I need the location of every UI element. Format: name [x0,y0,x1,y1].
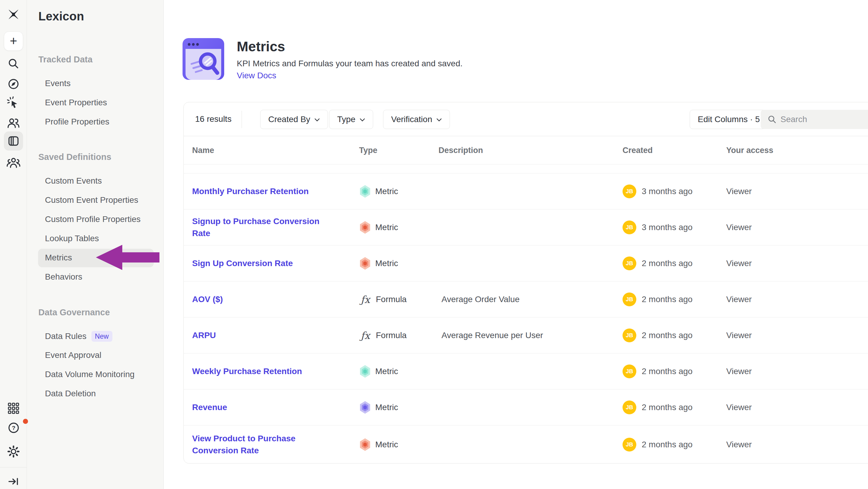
col-type[interactable]: Type [359,145,377,155]
sidebar-item-event-approval[interactable]: Event Approval [45,349,101,361]
filter-verification[interactable]: Verification [383,110,450,129]
metric-hexagon-icon-purple [359,401,371,414]
filter-created-by[interactable]: Created By [260,110,328,129]
sidebar-item-events[interactable]: Events [45,78,71,89]
sidebar-item-metrics[interactable]: Metrics [45,252,72,264]
edit-columns-button[interactable]: Edit Columns · 5 [690,110,768,129]
sidebar-item-custom-event-properties[interactable]: Custom Event Properties [45,194,138,206]
sidebar-item-profile-properties[interactable]: Profile Properties [45,116,110,128]
created-cell: JB 2 months ago [622,438,693,452]
view-docs-link[interactable]: View Docs [237,71,276,80]
apps-grid-icon[interactable] [7,402,20,414]
table-row[interactable]: Weekly Purchase Retention Metric JB 2 mo… [184,353,868,390]
access-cell: Viewer [726,367,752,376]
access-cell: Viewer [726,259,752,268]
sidebar-item-event-properties[interactable]: Event Properties [45,96,107,109]
notification-dot [23,419,28,424]
cursor-click-icon[interactable] [6,96,21,110]
metric-name-link[interactable]: Weekly Purchase Retention [192,365,333,377]
table-row[interactable]: Sign Up Conversion Rate Metric JB 2 mont… [184,246,868,281]
access-cell: Viewer [726,440,752,450]
filter-type[interactable]: Type [329,110,373,129]
metric-name-link[interactable]: AOV ($) [192,293,333,306]
metric-name-link[interactable]: Monthly Purchaser Retention [192,185,333,197]
col-your-access[interactable]: Your access [726,145,773,155]
type-cell: Metric [359,438,398,451]
avatar: JB [622,401,636,414]
type-cell: Metric [359,401,398,414]
avatar: JB [622,328,636,342]
access-cell: Viewer [726,223,752,232]
table-header-row: Name Type Description Created Your acces… [184,136,868,164]
type-cell: ƒx Formula [359,329,407,341]
collapse-sidebar-icon[interactable] [7,475,20,488]
results-count: 16 results [195,114,231,124]
search-box [761,110,868,129]
avatar: JB [622,184,636,198]
metric-name-link[interactable]: Sign Up Conversion Rate [192,257,333,269]
access-cell: Viewer [726,295,752,304]
created-cell: JB 2 months ago [622,328,693,342]
metric-name-link[interactable]: View Product to Purchase Conversion Rate [192,433,333,457]
search-icon [767,115,777,124]
created-cell: JB 2 months ago [622,257,693,270]
compass-icon[interactable] [7,78,20,91]
settings-gear-icon[interactable] [7,445,20,458]
col-description[interactable]: Description [438,145,483,155]
lexicon-book-icon[interactable] [4,132,23,151]
type-cell: Metric [359,221,398,234]
type-cell: Metric [359,365,398,378]
sidebar-item-lookup-tables[interactable]: Lookup Tables [45,232,99,244]
new-badge: New [91,331,113,342]
col-name[interactable]: Name [192,145,214,155]
table-row[interactable]: Signup to Purchase Conversion Rate Metri… [184,209,868,246]
toolbar-divider [242,111,242,128]
sidebar-item-custom-events[interactable]: Custom Events [45,175,102,187]
metric-name-link[interactable]: Signup to Purchase Conversion Rate [192,215,333,239]
metric-hexagon-icon-teal [359,185,371,198]
table-row[interactable]: ARPU ƒx Formula Average Revenue per User… [184,317,868,353]
access-cell: Viewer [726,186,752,196]
users-icon[interactable] [7,116,20,129]
description-cell: Average Revenue per User [441,330,543,340]
page-description: KPI Metrics and Formulas your team has c… [237,59,463,68]
table-row[interactable]: AOV ($) ƒx Formula Average Order Value J… [184,281,868,317]
created-cell: JB 3 months ago [622,184,693,198]
section-data-governance: Data Governance [38,308,110,317]
create-plus-button[interactable]: + [4,31,23,51]
scrolled-row-sliver [184,164,868,173]
lexicon-sidebar: Lexicon Tracked Data Events Event Proper… [27,0,164,489]
metric-hexagon-icon-red [359,438,371,451]
type-cell: Metric [359,185,398,198]
sidebar-item-data-rules[interactable]: Data RulesNew [45,330,113,342]
metrics-table-card: 16 results Created By Type Verification … [183,102,868,463]
avatar: JB [622,365,636,378]
metric-hexagon-icon-teal [359,365,371,378]
mixpanel-logo-icon[interactable] [6,7,21,22]
chevron-down-icon [360,118,365,121]
created-cell: JB 2 months ago [622,401,693,414]
rail-divider [0,467,27,467]
table-row[interactable]: Monthly Purchaser Retention Metric JB 3 … [184,173,868,209]
sidebar-item-behaviors[interactable]: Behaviors [45,271,83,283]
svg-text:?: ? [12,425,15,431]
search-input[interactable] [780,110,868,129]
col-created[interactable]: Created [622,145,653,155]
metric-hexagon-icon-red [359,257,371,270]
search-icon[interactable] [7,57,20,70]
table-row[interactable]: Revenue Metric JB 2 months ago Viewer [184,390,868,425]
sidebar-item-data-deletion[interactable]: Data Deletion [45,387,96,400]
sidebar-item-custom-profile-properties[interactable]: Custom Profile Properties [45,213,141,225]
created-cell: JB 3 months ago [622,221,693,234]
help-icon[interactable]: ? [0,421,27,434]
metric-name-link[interactable]: Revenue [192,401,333,413]
cohorts-group-icon[interactable] [6,156,21,169]
sidebar-item-data-volume-monitoring[interactable]: Data Volume Monitoring [45,368,134,380]
metric-name-link[interactable]: ARPU [192,329,333,341]
metric-hexagon-icon-red [359,221,371,234]
table-row[interactable]: View Product to Purchase Conversion Rate… [184,425,868,463]
page-title: Metrics [237,38,285,55]
formula-fx-icon: ƒx [359,293,372,305]
created-cell: JB 2 months ago [622,365,693,378]
sidebar-title: Lexicon [38,9,84,23]
